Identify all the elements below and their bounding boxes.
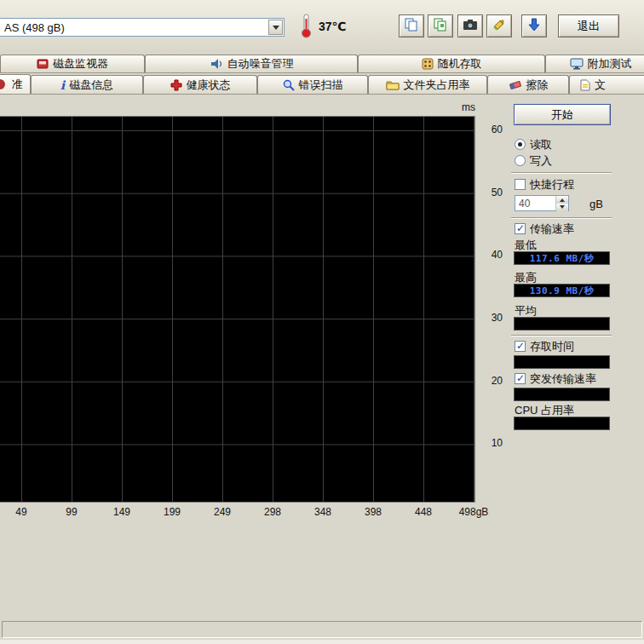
tab-label: 磁盘信息 xyxy=(69,78,113,93)
separator xyxy=(511,217,612,219)
access-time-checkbox[interactable]: 存取时间 xyxy=(515,340,574,353)
radio-icon xyxy=(515,155,526,166)
short-stroke-stepper[interactable] xyxy=(515,195,569,211)
tab-label: 磁盘监视器 xyxy=(53,56,108,72)
down-arrow-icon xyxy=(527,17,541,35)
drive-select-value: AS (498 gB) xyxy=(0,21,268,34)
cpu-usage-display xyxy=(514,417,610,430)
screenshot-button[interactable] xyxy=(457,14,483,37)
x-tick: 49 xyxy=(15,506,26,518)
window-bottom-edge xyxy=(0,640,644,644)
short-stroke-checkbox[interactable]: 快捷行程 xyxy=(515,178,574,191)
temperature-label: 37℃ xyxy=(319,20,347,33)
tab-label: 擦除 xyxy=(526,78,549,93)
tab-strip-top: 磁盘监视器 自动噪音管理 随机存取 xyxy=(0,54,644,73)
y-tick: 50 xyxy=(477,187,503,198)
x-tick: 448 xyxy=(415,506,432,518)
x-tick: 498gB xyxy=(459,506,489,518)
checkbox-checked-icon xyxy=(515,373,526,384)
x-tick: 348 xyxy=(314,506,331,518)
access-time-display xyxy=(514,355,610,369)
tab-folder-usage[interactable]: 文件夹占用率 xyxy=(368,75,487,94)
save-icon xyxy=(492,17,507,35)
tab-label: 随机存取 xyxy=(438,56,482,72)
benchmark-icon xyxy=(0,78,8,90)
stepper-buttons xyxy=(555,196,568,210)
start-button[interactable]: 开始 xyxy=(514,104,611,125)
transfer-rate-checkbox[interactable]: 传输速率 xyxy=(515,222,574,235)
read-radio[interactable]: 读取 xyxy=(515,138,552,151)
monitor-icon xyxy=(570,58,584,70)
burst-rate-display xyxy=(514,388,610,401)
tab-random-access[interactable]: 随机存取 xyxy=(358,55,545,72)
burst-rate-label: 突发传输速率 xyxy=(530,371,596,387)
x-tick: 398 xyxy=(365,506,382,518)
tab-extra-tests[interactable]: 附加测试 xyxy=(545,55,644,72)
magnifier-icon xyxy=(283,79,295,91)
tab-disk-monitor[interactable]: 磁盘监视器 xyxy=(0,55,145,72)
save-button[interactable] xyxy=(486,14,512,37)
y-axis-unit: ms xyxy=(453,101,475,113)
status-bar xyxy=(2,621,642,638)
x-tick: 249 xyxy=(214,506,231,518)
checkbox-checked-icon xyxy=(515,341,526,352)
write-radio-label: 写入 xyxy=(530,153,552,169)
tab-label: 健康状态 xyxy=(187,78,231,93)
x-tick: 199 xyxy=(164,506,181,518)
camera-icon xyxy=(463,19,478,34)
x-tick: 298 xyxy=(264,506,281,518)
stepper-down-icon[interactable] xyxy=(556,204,568,211)
tab-label: 错误扫描 xyxy=(299,78,343,93)
toolbar: AS (498 gB) 37℃ xyxy=(0,0,644,51)
tab-disk-info[interactable]: i 磁盘信息 xyxy=(31,75,143,94)
checkbox-icon xyxy=(515,179,526,190)
separator xyxy=(511,172,612,174)
dice-icon xyxy=(422,58,434,70)
tab-error-scan[interactable]: 错误扫描 xyxy=(257,75,368,94)
tab-strip-bottom: 准 i 磁盘信息 健康状态 错误扫描 文件夹占用率 xyxy=(0,74,644,95)
drive-select[interactable]: AS (498 gB) xyxy=(0,18,285,37)
write-radio[interactable]: 写入 xyxy=(515,154,552,167)
download-button[interactable] xyxy=(521,14,547,37)
max-speed-display: 130.9 MB/秒 xyxy=(514,284,610,297)
health-cross-icon xyxy=(170,79,182,91)
chevron-down-icon[interactable] xyxy=(268,20,283,35)
max-speed-value: 130.9 MB/秒 xyxy=(530,285,595,297)
tab-label: 文 xyxy=(595,78,606,93)
eraser-icon xyxy=(509,79,522,90)
start-button-label: 开始 xyxy=(551,107,573,123)
tab-file-benchmark[interactable]: 文 xyxy=(569,75,644,94)
copy-pages-button[interactable] xyxy=(428,14,453,37)
checkbox-checked-icon xyxy=(515,223,526,234)
stepper-up-icon[interactable] xyxy=(556,196,568,204)
short-stroke-label: 快捷行程 xyxy=(530,177,574,193)
tab-benchmark[interactable]: 准 xyxy=(0,74,31,94)
min-speed-display: 117.6 MB/秒 xyxy=(514,251,610,265)
y-tick: 10 xyxy=(477,437,503,449)
folder-icon xyxy=(386,79,400,90)
x-tick: 149 xyxy=(113,506,130,518)
radio-selected-icon xyxy=(515,139,526,150)
min-speed-value: 117.6 MB/秒 xyxy=(530,252,595,265)
tab-erase[interactable]: 擦除 xyxy=(487,75,569,94)
read-radio-label: 读取 xyxy=(530,137,552,152)
document-icon xyxy=(580,79,590,91)
burst-rate-checkbox[interactable]: 突发传输速率 xyxy=(515,372,596,385)
transfer-rate-label: 传输速率 xyxy=(530,221,574,237)
exit-button[interactable]: 退出 xyxy=(558,14,619,37)
copy-button[interactable] xyxy=(399,14,424,37)
benchmark-plot xyxy=(0,116,475,503)
access-time-label: 存取时间 xyxy=(530,339,574,354)
avg-speed-display xyxy=(514,317,610,331)
speaker-icon xyxy=(210,58,223,70)
tab-label: 准 xyxy=(12,77,23,92)
short-stroke-input[interactable] xyxy=(515,196,555,210)
copy-pages-icon xyxy=(433,17,448,35)
y-tick: 40 xyxy=(477,249,503,261)
tab-health[interactable]: 健康状态 xyxy=(143,75,257,94)
disk-monitor-icon xyxy=(37,58,49,70)
separator xyxy=(511,335,612,336)
exit-button-label: 退出 xyxy=(578,19,600,34)
copy-icon xyxy=(404,17,419,35)
tab-acoustic-management[interactable]: 自动噪音管理 xyxy=(145,55,358,72)
